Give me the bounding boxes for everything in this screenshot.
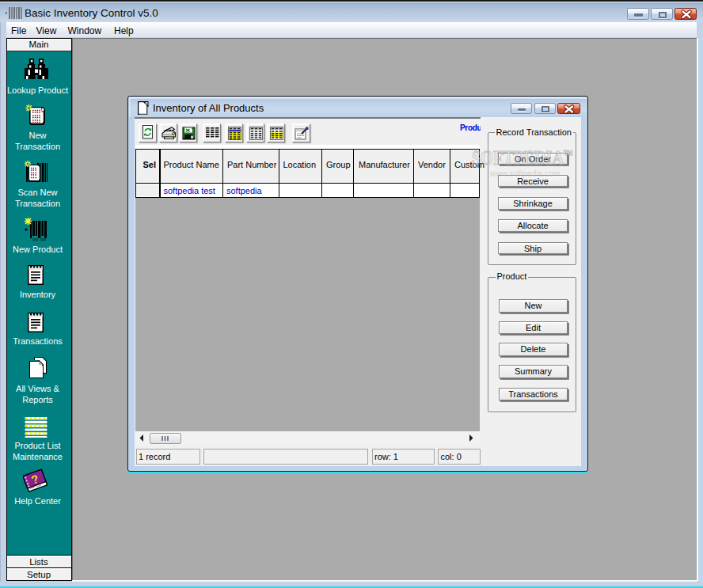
svg-text:oo: oo — [32, 237, 39, 241]
svg-text:oo: oo — [40, 237, 47, 241]
